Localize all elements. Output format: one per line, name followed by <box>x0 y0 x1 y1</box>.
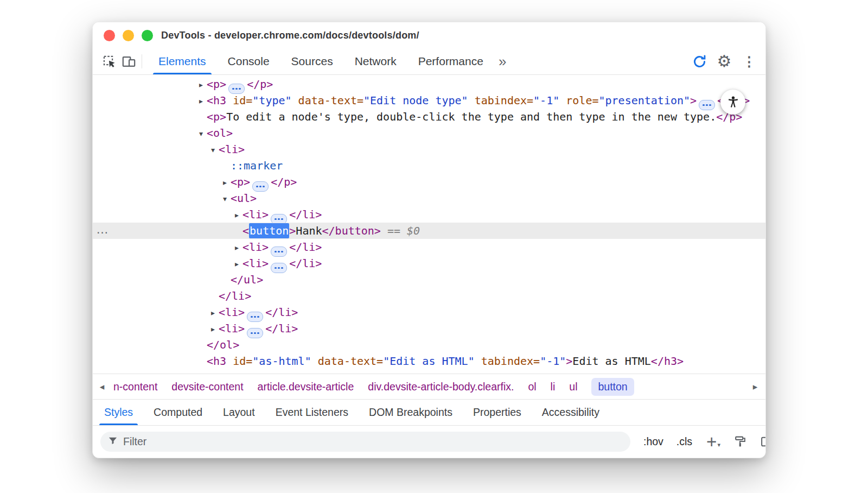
dom-tree-row[interactable]: ▸<li></li> <box>93 304 765 320</box>
dom-tree-row[interactable]: ▾<ul> <box>93 190 765 206</box>
token-tag: < <box>242 224 249 237</box>
tab-layout[interactable]: Layout <box>213 400 265 425</box>
token-tag: <h3 <box>207 355 226 368</box>
dom-tree-row[interactable]: ▸<p></p> <box>93 174 765 190</box>
dom-tree-row[interactable]: ▸<p></p> <box>93 369 765 374</box>
token-val: "presentation" <box>599 94 691 107</box>
breadcrumb-scroll-right-icon[interactable]: ▸ <box>746 374 764 399</box>
breadcrumb-item-devsite-content[interactable]: devsite-content <box>171 381 243 393</box>
toolbar-right-icons: ⚙ ⋮ <box>690 52 759 71</box>
expand-arrow-icon[interactable]: ▸ <box>199 370 207 374</box>
row-more-actions-icon[interactable]: … <box>96 221 109 237</box>
dom-tree-row[interactable]: ▸<li></li> <box>93 206 765 223</box>
expand-arrow-icon[interactable]: ▸ <box>199 77 207 93</box>
tab-performance[interactable]: Performance <box>407 48 494 74</box>
tab-event-listeners[interactable]: Event Listeners <box>265 400 359 425</box>
breadcrumb-item-ol[interactable]: ol <box>528 381 536 393</box>
token-tag: <li> <box>219 322 245 335</box>
close-button[interactable] <box>104 30 115 41</box>
token-tag: <p> <box>231 175 250 188</box>
styles-filter-input[interactable]: Filter <box>100 432 630 452</box>
breadcrumb-item-button[interactable]: button <box>591 378 634 396</box>
window-title: DevTools - developer.chrome.com/docs/dev… <box>161 30 419 41</box>
token-tag: <li> <box>242 257 269 270</box>
sync-rendering-icon[interactable] <box>690 52 709 71</box>
breadcrumb-item-div-devsite-article-body-clearfix-[interactable]: div.devsite-article-body.clearfix. <box>368 381 514 393</box>
tab-console[interactable]: Console <box>217 48 280 74</box>
token-tag: </li> <box>289 257 322 270</box>
breadcrumb-item-article-devsite-article[interactable]: article.devsite-article <box>258 381 354 393</box>
dom-tree-row[interactable]: ▸<h3 id="type" data-text="Edit node type… <box>93 92 765 109</box>
expand-arrow-icon[interactable]: ▸ <box>211 321 219 337</box>
dom-tree-row[interactable]: ▾<li> <box>93 141 765 157</box>
more-options-menu-icon[interactable]: ⋮ <box>739 52 759 71</box>
panel-tabs: ElementsConsoleSourcesNetworkPerformance <box>148 48 494 74</box>
dom-tree-row[interactable]: ::marker <box>93 157 765 174</box>
dom-tree-row[interactable]: <p>To edit a node's type, double-click t… <box>93 109 765 125</box>
token-val: "-1" <box>533 94 559 107</box>
token-attr: role= <box>559 94 598 107</box>
token-text: Edit as HTML <box>572 355 651 368</box>
tab-computed[interactable]: Computed <box>143 400 213 425</box>
expand-arrow-icon[interactable]: ▸ <box>211 305 219 321</box>
breadcrumb-scroll-left-icon[interactable]: ◂ <box>93 381 111 393</box>
collapse-arrow-icon[interactable]: ▾ <box>199 125 207 142</box>
token-text: To edit a node's type, double-click the … <box>226 110 716 123</box>
breadcrumb: ◂ n-contentdevsite-contentarticle.devsit… <box>93 374 765 399</box>
dom-tree-row[interactable]: ▾<ol> <box>93 125 765 141</box>
styles-filter-row: Filter :hov .cls +▾ <box>93 425 765 458</box>
plus-icon: + <box>706 436 717 448</box>
devtools-window: DevTools - developer.chrome.com/docs/dev… <box>92 22 766 458</box>
tab-styles[interactable]: Styles <box>94 400 143 425</box>
dom-tree-row[interactable]: …<button>Hank</button> == $0 <box>93 223 765 239</box>
settings-gear-icon[interactable]: ⚙ <box>714 52 734 71</box>
filter-funnel-icon <box>107 435 118 448</box>
dom-tree-row[interactable]: <h3 id="as-html" data-text="Edit as HTML… <box>93 353 765 369</box>
dom-tree-row[interactable]: ▸<li></li> <box>93 239 765 255</box>
token-tag: <li> <box>242 208 269 221</box>
rendering-brush-icon[interactable] <box>733 435 747 448</box>
tab-properties[interactable]: Properties <box>463 400 532 425</box>
expand-arrow-icon[interactable]: ▸ <box>199 93 207 109</box>
more-tabs-icon[interactable]: » <box>494 54 510 68</box>
device-toolbar-icon[interactable] <box>119 52 138 71</box>
token-muted: == <box>381 224 407 237</box>
breadcrumb-item-li[interactable]: li <box>551 381 556 393</box>
inspect-element-icon[interactable] <box>99 52 119 71</box>
dom-tree-row[interactable]: </ul> <box>93 271 765 288</box>
token-tag: > <box>289 224 296 237</box>
toggle-class-button[interactable]: .cls <box>676 435 692 448</box>
tab-dom-breakpoints[interactable]: DOM Breakpoints <box>359 400 463 425</box>
tab-elements[interactable]: Elements <box>148 48 217 74</box>
dom-tree-row[interactable]: </ol> <box>93 337 765 353</box>
dom-tree-row[interactable]: ▸<li></li> <box>93 320 765 337</box>
dom-tree-row[interactable]: ▸<li></li> <box>93 255 765 271</box>
tab-accessibility[interactable]: Accessibility <box>532 400 610 425</box>
expand-arrow-icon[interactable]: ▸ <box>223 174 231 191</box>
token-val: "-1" <box>540 355 566 368</box>
token-tag: <li> <box>219 306 245 319</box>
token-tag: </li> <box>219 289 251 302</box>
collapse-arrow-icon[interactable]: ▾ <box>223 191 231 207</box>
token-tag: </ol> <box>207 338 239 351</box>
tab-network[interactable]: Network <box>344 48 407 74</box>
toggle-element-state-button[interactable]: :hov <box>643 435 663 448</box>
expand-arrow-icon[interactable]: ▸ <box>235 256 242 272</box>
token-text: Hank <box>296 224 322 237</box>
dom-tree-row[interactable]: </li> <box>93 288 765 304</box>
expand-arrow-icon[interactable]: ▸ <box>235 207 242 223</box>
new-style-rule-button[interactable]: +▾ <box>706 436 720 448</box>
token-tag: </p> <box>247 78 273 91</box>
token-attr: data-text= <box>311 355 383 368</box>
collapse-arrow-icon[interactable]: ▾ <box>211 142 219 158</box>
maximize-button[interactable] <box>142 30 153 41</box>
tab-sources[interactable]: Sources <box>280 48 344 74</box>
token-tag: </p> <box>271 175 297 188</box>
dock-side-icon[interactable] <box>760 435 766 448</box>
expand-arrow-icon[interactable]: ▸ <box>235 239 242 256</box>
breadcrumb-list: n-contentdevsite-contentarticle.devsite-… <box>113 378 634 396</box>
dom-tree-row[interactable]: ▸<p></p> <box>93 76 765 92</box>
breadcrumb-item-ul[interactable]: ul <box>569 381 577 393</box>
minimize-button[interactable] <box>123 30 134 41</box>
breadcrumb-item-n-content[interactable]: n-content <box>113 381 157 393</box>
